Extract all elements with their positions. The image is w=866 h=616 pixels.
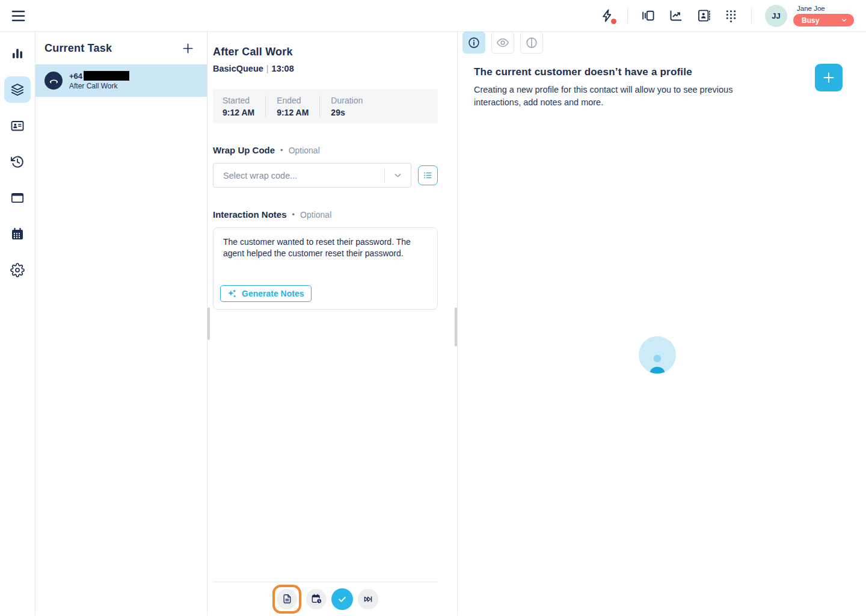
tab-info[interactable] [462,31,485,54]
skip-end-icon [363,594,373,605]
info-icon [467,36,481,49]
line-chart-icon [669,8,683,23]
complete-task-button[interactable] [331,588,353,610]
contrast-icon [525,36,538,49]
quick-connects-button[interactable] [600,8,614,23]
status-dropdown[interactable]: Busy [793,14,854,26]
task-list-title: Current Task [45,42,112,55]
generate-notes-button[interactable]: Generate Notes [220,285,312,302]
customer-panel-header: The current customer doesn’t have a prof… [458,54,866,109]
interaction-notes-text: The customer wanted to reset their passw… [223,236,428,259]
no-profile-message: The current customer doesn’t have a prof… [474,66,757,109]
no-profile-heading: The current customer doesn’t have a prof… [474,66,757,78]
rail-item-browser[interactable] [4,185,31,211]
user-area: JJ Jane Joe Busy [765,5,854,27]
topbar-actions: JJ Jane Joe Busy [600,5,854,27]
analytics-button[interactable] [669,8,683,23]
customer-panel-tabs [458,31,866,54]
window-icon [10,191,25,205]
tab-preview[interactable] [491,31,514,54]
bar-chart-icon [10,46,25,61]
plus-icon [181,42,195,55]
dialpad-icon [724,9,738,23]
list-icon [422,170,434,181]
wrap-up-list-button[interactable] [418,165,438,185]
notes-label-row: Interaction Notes • Optional [213,209,438,220]
stat-duration: Duration 29s [319,96,428,117]
call-times-summary: Started 9:12 AM Ended 9:12 AM Duration 2… [213,89,438,123]
add-task-button[interactable] [181,42,195,55]
redacted-phone-number [84,71,129,81]
stat-ended: Ended 9:12 AM [265,96,319,117]
gear-icon [10,263,25,277]
task-phone-number: +64 [69,71,129,81]
menu-toggle-button[interactable] [11,9,26,23]
acw-timer: 13:08 [272,64,294,73]
rail-item-history[interactable] [4,149,31,175]
user-avatar[interactable]: JJ [765,5,787,27]
task-subtitle: After Call Work [69,82,129,90]
contact-card-icon [10,119,25,133]
task-list-panel: Current Task [35,32,207,615]
rail-item-settings[interactable] [4,257,31,283]
wrap-up-label: Wrap Up Code [213,145,275,155]
topbar-divider [627,8,628,23]
eye-icon [496,36,509,49]
interaction-notes-label: Interaction Notes [213,209,287,220]
wrap-up-placeholder: Select wrap code... [213,171,384,180]
contact-book-icon [696,8,711,23]
skip-acw-button[interactable] [358,589,378,609]
task-detail-title: After Call Work [213,46,438,58]
notification-dot [611,19,616,24]
notes-optional-tag: Optional [300,210,331,220]
scrollbar-thumb[interactable] [207,307,210,340]
rail-item-contact-card[interactable] [4,112,31,139]
notes-document-icon [282,594,292,604]
plus-icon [821,70,836,85]
panels-icon [641,8,656,23]
schedule-callback-button[interactable] [306,589,327,609]
customer-profile-panel: The current customer doesn’t have a prof… [458,32,866,615]
tab-contrast[interactable] [520,31,543,54]
status-label: Busy [802,16,819,25]
wrap-up-row: Select wrap code... [213,163,438,188]
highlight-ring [272,585,301,614]
wrap-up-optional-tag: Optional [289,146,320,155]
top-bar: JJ Jane Joe Busy [0,0,866,32]
rail-item-tasks[interactable] [4,76,31,103]
calendar-clock-icon [311,593,322,605]
phone-down-icon [45,72,63,90]
task-actions-footer [213,582,438,615]
hamburger-icon [11,9,26,23]
task-list-item[interactable]: +64 After Call Work [35,64,207,97]
dialpad-button[interactable] [724,9,738,23]
bullet-separator: • [292,210,295,219]
notes-document-button[interactable] [277,589,297,609]
topbar-divider [751,8,752,23]
history-icon [10,155,25,169]
subtitle-separator: | [266,64,269,73]
generate-notes-label: Generate Notes [242,289,304,298]
create-profile-button[interactable] [815,64,843,91]
no-profile-description: Creating a new profile for this contact … [474,84,757,109]
panels-toggle-button[interactable] [641,8,656,23]
rail-item-calendar[interactable] [4,221,31,247]
wrap-up-label-row: Wrap Up Code • Optional [213,145,438,155]
chevron-down-icon [384,168,411,183]
person-icon [645,352,669,374]
task-detail-panel: After Call Work BasicQueue|13:08 Started… [207,32,458,615]
wrap-up-code-select[interactable]: Select wrap code... [213,163,411,188]
queue-and-timer: BasicQueue|13:08 [213,64,438,73]
app-root: JJ Jane Joe Busy [0,0,866,615]
calendar-icon [10,227,25,241]
contacts-button[interactable] [696,8,711,23]
rail-item-metrics[interactable] [4,40,31,67]
scrollbar-thumb[interactable] [455,307,457,346]
layers-icon [10,82,25,97]
bullet-separator: • [280,146,283,155]
stat-started: Started 9:12 AM [223,96,265,117]
interaction-notes-field[interactable]: The customer wanted to reset their passw… [213,227,438,310]
task-list-header: Current Task [35,32,207,64]
navigation-rail [0,32,35,615]
queue-name: BasicQueue [213,64,263,73]
